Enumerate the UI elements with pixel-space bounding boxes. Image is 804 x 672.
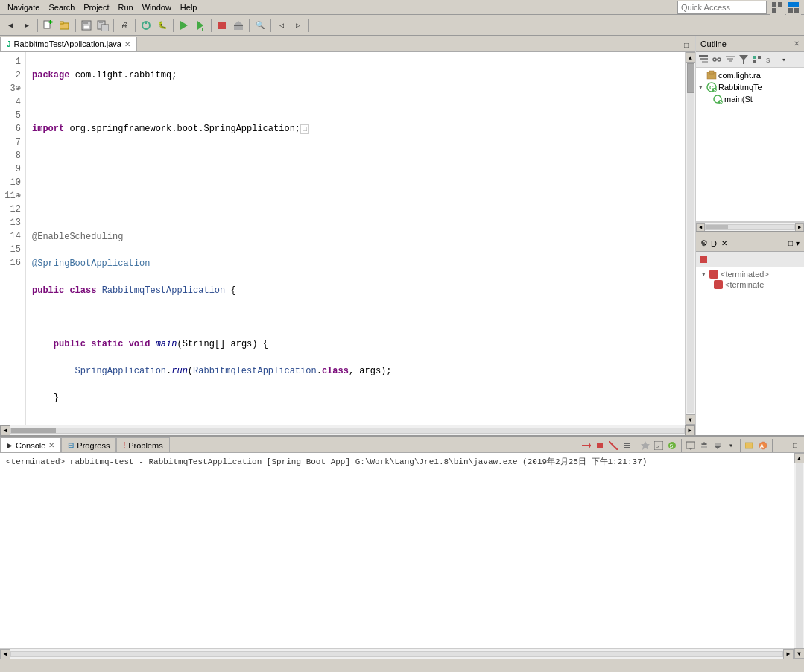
h-scroll-right[interactable]: ▶	[685, 425, 695, 436]
toolbar-debug-btn[interactable]: 🐛	[155, 18, 170, 33]
scroll-thumb	[687, 63, 694, 93]
outline-h-track[interactable]	[705, 224, 795, 230]
toolbar-open-btn[interactable]	[57, 18, 72, 33]
bottom-scroll-down[interactable]: ▼	[794, 648, 805, 659]
outline-h-left[interactable]: ◀	[696, 223, 705, 232]
perspective-btn2[interactable]	[786, 0, 801, 15]
console-minimize-btn[interactable]: _	[776, 440, 788, 451]
toolbar-build-btn[interactable]	[231, 18, 246, 33]
menu-project[interactable]: Project	[79, 1, 113, 13]
console-spring-btn[interactable]: S	[666, 440, 678, 451]
toolbar-refactor-btn[interactable]	[139, 18, 153, 33]
tab-minimize-btn[interactable]: _	[665, 39, 677, 51]
outline-sort-btn[interactable]	[724, 54, 736, 66]
scroll-track[interactable]	[687, 63, 694, 413]
menu-search[interactable]: Search	[44, 1, 79, 13]
br-close-icon[interactable]: ✕	[721, 239, 727, 247]
outline-close-btn[interactable]: ✕	[794, 39, 800, 48]
toolbar-prev-btn[interactable]: ◁	[274, 18, 289, 33]
toolbar-next-btn[interactable]: ▷	[291, 18, 306, 33]
tab-maximize-btn[interactable]: □	[680, 39, 692, 51]
h-scroll-left[interactable]: ◀	[0, 425, 10, 436]
tab-close-btn[interactable]: ✕	[124, 40, 130, 48]
menu-run[interactable]: Run	[114, 1, 138, 13]
code-content[interactable]: package com.light.rabbitmq; import org.s…	[26, 52, 685, 425]
scroll-up-arrow[interactable]: ▲	[686, 52, 696, 63]
toolbar-run-btn[interactable]	[177, 18, 191, 33]
editor-h-scrollbar[interactable]: ◀ ▶	[0, 425, 695, 435]
console-maximize-btn[interactable]: □	[789, 440, 801, 451]
svg-text:S: S	[670, 443, 674, 449]
tree-item-package[interactable]: com.light.ra	[696, 69, 804, 81]
br-tab-s[interactable]: ⚙	[700, 238, 708, 248]
toolbar-save-btn[interactable]	[79, 18, 94, 33]
quick-access-input[interactable]	[677, 1, 767, 14]
console-disconnect-btn[interactable]	[607, 440, 619, 451]
outline-collapse-all-btn[interactable]	[697, 54, 709, 66]
editor-v-scrollbar[interactable]: ▲ ▼	[685, 52, 695, 425]
br-maximize-icon[interactable]: □	[788, 239, 793, 247]
h-scroll-track[interactable]	[10, 428, 685, 434]
editor-tab-java[interactable]: J RabbitmqTestApplication.java ✕	[0, 37, 137, 51]
outline-h-thumb	[706, 225, 728, 229]
console-open-file-btn[interactable]	[744, 440, 756, 451]
menu-navigate[interactable]: Navigate	[3, 1, 44, 13]
tree-item-class[interactable]: ▾ C S RabbitmqTe	[696, 81, 804, 93]
br-menu-icon[interactable]: ▾	[796, 239, 800, 247]
console-pin-btn[interactable]	[639, 440, 651, 451]
bottom-h-left[interactable]: ◀	[0, 649, 10, 659]
br-tree-terminated-child[interactable]: <terminate	[699, 279, 801, 290]
toolbar-stop-btn[interactable]	[215, 18, 230, 33]
toolbar-forward-btn[interactable]: ▶	[19, 18, 34, 33]
br-tree-terminated-parent[interactable]: ▾ <terminated>	[699, 269, 801, 279]
console-tab-close[interactable]: ✕	[48, 441, 54, 449]
console-icon: ▶	[7, 441, 13, 449]
bottom-tab-problems[interactable]: ! Problems	[116, 437, 169, 452]
console-open-console-btn[interactable]: >	[653, 440, 665, 451]
console-sep1	[636, 439, 636, 452]
toolbar-print-btn[interactable]: 🖨	[117, 18, 132, 33]
bottom-scroll-up[interactable]: ▲	[794, 453, 805, 463]
svg-marker-71	[715, 446, 721, 449]
toolbar-save-all-btn[interactable]	[95, 18, 110, 33]
code-editor[interactable]: 1 2 3⊕ 4 5 6 7 8 9 10 11⊕ 12 13 14 15 16	[0, 52, 695, 435]
svg-text:>: >	[656, 443, 659, 450]
bottom-v-track[interactable]	[796, 463, 803, 648]
br-tab-d[interactable]: D	[711, 239, 717, 248]
bottom-tab-progress[interactable]: ⊟ Progress	[61, 437, 116, 452]
outline-link-btn[interactable]	[711, 54, 723, 66]
outline-h-scroll[interactable]: ◀ ▶	[696, 222, 804, 231]
outline-hide-fields-btn[interactable]	[751, 54, 763, 66]
console-display-btn[interactable]	[685, 440, 697, 451]
console-scroll-up-btn[interactable]	[698, 440, 710, 451]
outline-chevron-down[interactable]: ▾	[778, 54, 790, 66]
console-clear-btn[interactable]	[580, 440, 592, 451]
outline-h-right[interactable]: ▶	[795, 223, 804, 232]
toolbar-back-btn[interactable]: ◀	[3, 18, 18, 33]
toolbar-run-arrow-btn[interactable]	[193, 18, 208, 33]
console-dropdown-btn[interactable]: ▾	[725, 440, 737, 451]
bottom-h-right[interactable]: ▶	[783, 649, 794, 659]
tree-expand-class[interactable]: ▾	[699, 83, 706, 91]
bottom-tab-console[interactable]: ▶ Console ✕	[0, 437, 61, 452]
br-minimize-icon[interactable]: _	[781, 239, 785, 247]
outline-filter-btn[interactable]	[738, 54, 750, 66]
console-scroll-down-btn[interactable]	[712, 440, 724, 451]
console-ansi-btn[interactable]: A	[757, 440, 769, 451]
console-stop-btn[interactable]	[594, 440, 606, 451]
bottom-v-scrollbar[interactable]: ▲ ▼	[794, 453, 804, 659]
bottom-h-track[interactable]	[10, 651, 783, 657]
menu-help[interactable]: Help	[176, 1, 202, 13]
perspective-layout-btn[interactable]	[770, 0, 785, 15]
menu-window[interactable]: Window	[138, 1, 176, 13]
bottom-h-scroll[interactable]: ◀ ▶	[0, 648, 794, 659]
progress-tab-label: Progress	[77, 441, 110, 450]
console-scroll-lock-btn[interactable]	[621, 440, 633, 451]
scroll-down-arrow[interactable]: ▼	[686, 414, 696, 425]
toolbar-search-btn[interactable]: 🔍	[253, 18, 268, 33]
br-expand1[interactable]: ▾	[702, 270, 709, 278]
br-stop-btn[interactable]	[697, 253, 709, 265]
tree-item-method[interactable]: S main(St	[696, 93, 804, 105]
toolbar-new-btn[interactable]	[41, 18, 56, 33]
outline-hide-static-btn[interactable]: S	[765, 54, 776, 66]
